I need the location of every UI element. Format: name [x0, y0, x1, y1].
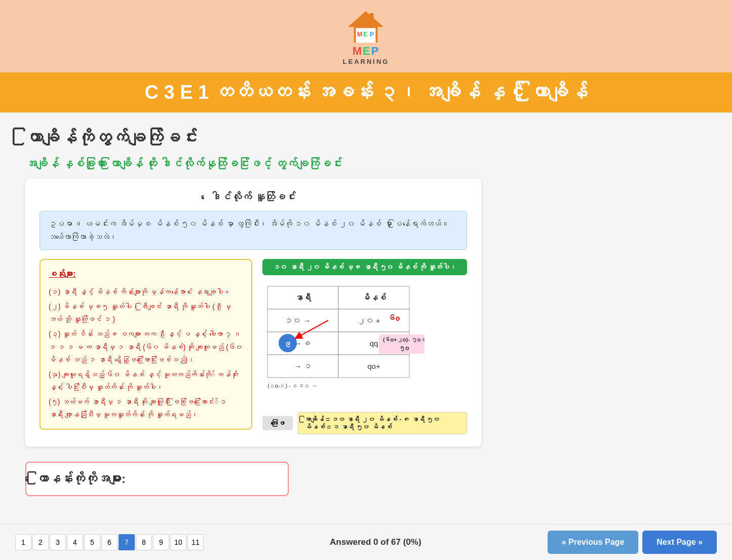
svg-text:qq: qq: [370, 339, 378, 348]
answer-button[interactable]: အဖြေ: [262, 416, 293, 430]
page-num-2[interactable]: 2: [32, 534, 49, 550]
diagram-area: ၁၀ နာရီ ၂၀ မိနစ် မှ ၈ နာရီ ၅၀ မိနစ် ကို …: [262, 259, 467, 434]
svg-text:→ ၈: → ၈: [294, 339, 312, 348]
svg-text:P: P: [370, 31, 374, 38]
logo-icon: M E P: [345, 9, 386, 45]
answer-label: ကြာချိန် = ၁၀ နာရီ ၂၀ မိနစ် - ၈ နာရီ ၅၀ …: [298, 412, 467, 434]
solution-step-5: (၅) ဘယ်မက် နာရီမှ ၁ နာရီ ကို ချေးယူပြီး …: [49, 396, 243, 421]
two-col-layout: စည်းများ: (၁) နာရီ နှင့် မိနစ် ကိန်းများ…: [40, 259, 467, 434]
svg-text:M: M: [357, 31, 362, 38]
diagram-green-label: ၁၀ နာရီ ၂၀ မိနစ် မှ ၈ နာရီ ၅၀ မိနစ် ကို …: [262, 259, 467, 275]
page-num-4[interactable]: 4: [67, 534, 83, 550]
solution-step-3: (၃) နူတ် ဝိန်း သည် ၈ ဝကများ တက ဦး နှင့် …: [49, 328, 243, 366]
answer-row: အဖြေ ကြာချိန် = ၁၀ နာရီ ၂၀ မိနစ် - ၈ နာရ…: [262, 412, 467, 434]
page-num-11[interactable]: 11: [187, 534, 204, 550]
svg-text:၉: ၉: [284, 340, 291, 348]
svg-text:E: E: [364, 31, 368, 38]
svg-text:၆o: ၆o: [389, 314, 400, 322]
page-numbers: 1 2 3 4 5 6 7 8 9 10 11: [15, 534, 204, 550]
instruction-box: ဥပမာ ။ ယမင်းက အိမ်မှ ၈ မိနစ် ၅၀ မိနစ် မှ…: [40, 211, 467, 250]
page-num-8[interactable]: 8: [136, 534, 152, 550]
main-content: ကြာချိန်ကိုတွက်ချက်ခြင်း အချိန် နှစ်ခုကြ…: [0, 113, 732, 560]
svg-text:မိနစ်: မိနစ်: [362, 293, 386, 302]
svg-text:qo+: qo+: [367, 362, 380, 370]
page-num-5[interactable]: 5: [84, 534, 100, 550]
diagram-container: နာရီ မိနစ် ၁၀ → ၂၀ + ၉ ၆o → ၈ qq: [262, 281, 467, 400]
next-page-button[interactable]: Next Page »: [642, 531, 717, 554]
page-title-bar: C 3 E 1 တတိယတန်း အခန်း ၃၊ အချိန် နှင့် က…: [15, 82, 717, 103]
svg-text:(၁o-၁) - ၈ = ၁ →: (၁o-၁) - ၈ = ၁ →: [267, 383, 317, 389]
svg-text:၁၀ →: ၁၀ →: [285, 316, 311, 325]
nav-buttons: « Previous Page Next Page »: [548, 531, 717, 554]
page-main-title: ကြာချိန်ကိုတွက်ချက်ခြင်း: [25, 128, 707, 147]
page-num-3[interactable]: 3: [50, 534, 66, 550]
lesson-card-title: ဒေါင်လိုက် နူတ်ခြင်း: [40, 191, 467, 203]
page-num-1[interactable]: 1: [15, 534, 31, 550]
solution-step-1: (၁) နာရီ နှင့် မိနစ် ကိန်းများကို မှန်ကန…: [49, 286, 243, 298]
logo-learning-text: LEARNING: [343, 58, 390, 65]
svg-text:နာရီ: နာရီ: [295, 293, 312, 302]
page-num-9[interactable]: 9: [153, 534, 169, 550]
diagram-svg: နာရီ မိနစ် ၁၀ → ၂၀ + ၉ ၆o → ၈ qq: [262, 281, 425, 398]
solution-step-4: (၄) ချေးယူရရှိသည့် ၆၀ မိနစ် နှင့် မူလတည်…: [49, 368, 243, 394]
svg-rect-5: [370, 13, 374, 20]
page-num-6[interactable]: 6: [101, 534, 118, 550]
instruction-text: ဥပမာ ။ ယမင်းက အိမ်မှ ၈ မိနစ် ၅၀ မိနစ် မှ…: [48, 219, 449, 241]
logo-mep-text: MEP: [353, 45, 380, 58]
solution-box: စည်းများ: (၁) နာရီ နှင့် မိနစ် ကိန်းများ…: [40, 259, 252, 430]
lesson-card: ဒေါင်လိုက် နူတ်ခြင်း ဥပမာ ။ ယမင်းက အိမ်မ…: [25, 179, 481, 446]
top-header: M E P MEP LEARNING: [0, 0, 732, 72]
bottom-bar: 1 2 3 4 5 6 7 8 9 10 11 Answered 0 of 67…: [0, 524, 732, 560]
solution-title: စည်းများ:: [49, 267, 243, 282]
solution-step-2: (၂) မိနစ် မှ ၈၅ နူတ်ပါ၊ ဖြီးချင်း နာရီ က…: [49, 301, 243, 326]
svg-text:→ ၁: → ၁: [294, 362, 312, 370]
prev-page-button[interactable]: « Previous Page: [548, 531, 639, 554]
section-heading: အချိန် နှစ်ခုကြား ကြာချိန် ကို ဒေါင်လိုက…: [25, 158, 707, 171]
page-num-7[interactable]: 7: [119, 534, 135, 550]
svg-text:၅o: ၅o: [399, 345, 409, 352]
svg-text:(၆o+၂o)- ၅o =: (၆o+၂o)- ၅o =: [383, 337, 425, 343]
preview-card: ကြောနန်းကိုကိုအများ:: [25, 462, 289, 496]
svg-text:၂၀ +: ၂၀ +: [358, 316, 380, 325]
page-num-10[interactable]: 10: [170, 534, 186, 550]
preview-card-text: ကြောနန်းကိုကိုအများ:: [36, 472, 126, 486]
title-bar: C 3 E 1 တတိယတန်း အခန်း ၃၊ အချိန် နှင့် က…: [0, 72, 732, 113]
logo-container: M E P MEP LEARNING: [343, 9, 390, 65]
answered-text: Answered 0 of 67 (0%): [204, 537, 548, 547]
